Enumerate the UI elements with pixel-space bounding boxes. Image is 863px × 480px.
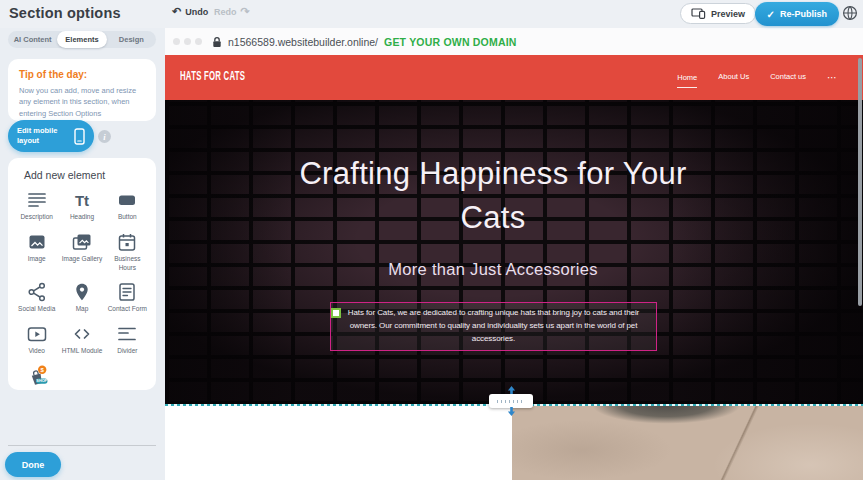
element-item-social-media[interactable]: Social Media bbox=[14, 281, 59, 314]
redo-button[interactable]: Redo ↷ bbox=[214, 6, 250, 17]
element-item-divider[interactable]: Divider bbox=[105, 323, 150, 356]
undo-label: Undo bbox=[185, 7, 208, 17]
editor-sidebar: AI Content Elements Design Tip of the da… bbox=[0, 28, 165, 480]
shop-badge: SHOP bbox=[36, 379, 47, 383]
check-icon: ✓ bbox=[767, 9, 775, 20]
nav-item-home[interactable]: Home bbox=[677, 73, 697, 88]
element-item-html-module[interactable]: HTML Module bbox=[59, 323, 104, 356]
undo-icon: ↶ bbox=[172, 6, 181, 17]
social-media-icon bbox=[26, 281, 48, 303]
preview-button[interactable]: Preview bbox=[680, 3, 756, 24]
element-item-video[interactable]: Video bbox=[14, 323, 59, 356]
site-preview: n1566589.websitebuilder.online/ GET YOUR… bbox=[165, 28, 863, 480]
hero-content: Crafting Happiness for Your Cats More th… bbox=[165, 152, 821, 279]
get-your-own-domain-link[interactable]: GET YOUR OWN DOMAIN bbox=[384, 36, 517, 48]
tab-elements[interactable]: Elements bbox=[57, 31, 106, 48]
mobile-phone-icon bbox=[74, 128, 85, 145]
element-grid: Description Tt Heading Button bbox=[14, 189, 150, 390]
business-hours-icon bbox=[116, 231, 138, 253]
site-nav: Home About Us Contact us ⋯ bbox=[677, 55, 837, 100]
nav-item-about-us[interactable]: About Us bbox=[718, 72, 749, 83]
pavement-photo bbox=[512, 405, 863, 480]
element-item-contact-form[interactable]: Contact Form bbox=[105, 281, 150, 314]
selected-text-element[interactable]: Hats for Cats, we are dedicated to craft… bbox=[330, 302, 657, 351]
grip-dots bbox=[497, 400, 525, 403]
site-header: HATS FOR CATS Home About Us Contact us ⋯ bbox=[165, 55, 863, 100]
republish-label: Re-Publish bbox=[780, 9, 827, 19]
window-dot bbox=[195, 38, 202, 45]
heading-icon: Tt bbox=[71, 189, 93, 211]
edit-mobile-layout-label: Edit mobile layout bbox=[17, 126, 67, 146]
site-logo[interactable]: HATS FOR CATS bbox=[180, 69, 245, 83]
redo-icon: ↷ bbox=[241, 6, 250, 17]
tip-of-the-day-card: Tip of the day: Now you can add, move an… bbox=[8, 59, 156, 121]
window-dot bbox=[173, 38, 180, 45]
undo-button[interactable]: ↶ Undo bbox=[172, 6, 208, 17]
element-item-map[interactable]: Map bbox=[59, 281, 104, 314]
element-item-business-hours[interactable]: Business Hours bbox=[105, 231, 150, 273]
top-toolbar: Section options ↶ Undo Redo ↷ Preview ✓ … bbox=[0, 0, 863, 28]
edit-mobile-layout-button[interactable]: Edit mobile layout bbox=[8, 120, 94, 152]
preview-label: Preview bbox=[711, 9, 745, 19]
svg-text:Tt: Tt bbox=[75, 192, 89, 209]
html-module-icon bbox=[71, 323, 93, 345]
tip-title: Tip of the day: bbox=[19, 69, 145, 80]
divider-icon bbox=[116, 323, 138, 345]
preview-scrollbar[interactable] bbox=[858, 58, 862, 306]
button-icon bbox=[116, 189, 138, 211]
sidebar-tab-bar: AI Content Elements Design bbox=[8, 31, 156, 48]
description-icon bbox=[26, 189, 48, 211]
element-item-description[interactable]: Description bbox=[14, 189, 59, 222]
resize-grip[interactable] bbox=[489, 394, 533, 408]
element-item-product-gallery[interactable]: $ SHOP Product Gallery bbox=[14, 365, 59, 390]
website-builder-app: Section options ↶ Undo Redo ↷ Preview ✓ … bbox=[0, 0, 863, 480]
element-item-image[interactable]: Image bbox=[14, 231, 59, 273]
element-item-image-gallery[interactable]: Image Gallery bbox=[59, 231, 104, 273]
resize-arrow-down-icon bbox=[507, 407, 516, 416]
info-icon[interactable]: i bbox=[98, 130, 111, 143]
devices-icon bbox=[691, 8, 706, 19]
tab-ai-content[interactable]: AI Content bbox=[8, 31, 57, 48]
window-dots bbox=[173, 38, 202, 45]
lock-icon bbox=[212, 36, 222, 48]
image-gallery-icon bbox=[71, 231, 93, 253]
language-globe-button[interactable] bbox=[842, 5, 858, 21]
redo-label: Redo bbox=[214, 7, 237, 17]
site-url: n1566589.websitebuilder.online/ bbox=[228, 36, 378, 48]
tip-body: Now you can add, move and resize any ele… bbox=[19, 85, 145, 119]
element-item-heading[interactable]: Tt Heading bbox=[59, 189, 104, 222]
done-button[interactable]: Done bbox=[5, 452, 61, 477]
section-resize-handle[interactable] bbox=[489, 387, 533, 415]
window-dot bbox=[184, 38, 191, 45]
hero-section: Crafting Happiness for Your Cats More th… bbox=[165, 100, 863, 405]
browser-chrome-bar: n1566589.websitebuilder.online/ GET YOUR… bbox=[165, 28, 863, 55]
contact-form-icon bbox=[116, 281, 138, 303]
product-gallery-icon: $ SHOP bbox=[26, 365, 48, 387]
hero-body-text: Hats for Cats, we are dedicated to craft… bbox=[337, 307, 650, 345]
next-section-blank bbox=[165, 405, 512, 480]
nav-item-contact-us[interactable]: Contact us bbox=[770, 72, 806, 83]
page-title: Section options bbox=[9, 5, 121, 21]
element-drag-handle[interactable] bbox=[331, 308, 341, 318]
add-new-element-panel: Add new element Description Tt Heading bbox=[8, 158, 156, 390]
map-icon bbox=[71, 281, 93, 303]
image-icon bbox=[26, 231, 48, 253]
video-icon bbox=[26, 323, 48, 345]
tab-design[interactable]: Design bbox=[107, 31, 156, 48]
element-item-button[interactable]: Button bbox=[105, 189, 150, 222]
hero-heading: Crafting Happiness for Your Cats bbox=[278, 152, 708, 240]
republish-button[interactable]: ✓ Re-Publish bbox=[755, 2, 839, 26]
globe-icon bbox=[842, 5, 858, 21]
hero-subheading: More than Just Accessories bbox=[165, 260, 821, 279]
add-element-title: Add new element bbox=[24, 169, 150, 181]
nav-more-menu-icon[interactable]: ⋯ bbox=[827, 73, 837, 83]
sidebar-divider bbox=[8, 445, 156, 446]
